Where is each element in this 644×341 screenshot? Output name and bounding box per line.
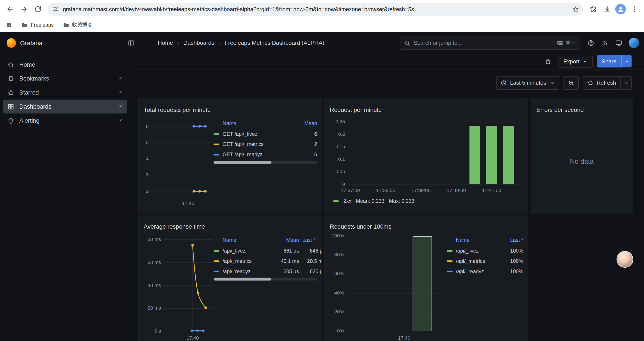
- apps-grid-button[interactable]: [6, 22, 12, 28]
- legend-scrollbar[interactable]: [214, 278, 317, 280]
- bookmark-item-freeleaps[interactable]: Freeleaps: [21, 22, 54, 28]
- panel-title[interactable]: Requests under 100ms: [330, 223, 392, 230]
- series-name[interactable]: /api/_metrics: [456, 258, 500, 264]
- scrollbar-thumb[interactable]: [214, 278, 271, 280]
- x-tick: 17:40:00: [443, 188, 470, 194]
- chevron-down-icon[interactable]: [118, 89, 123, 96]
- sidebar-item-dashboards[interactable]: Dashboards: [3, 100, 127, 114]
- spacer: [447, 239, 453, 241]
- panel-requests-under-100ms: Requests under 100ms 100% 80% 60% 40% 20…: [324, 215, 528, 341]
- legend-table: Name Mean GET /api/_livez 6 GET /api/_me…: [214, 118, 317, 164]
- refresh-button[interactable]: Refresh: [582, 76, 620, 90]
- chevron-down-icon[interactable]: [118, 75, 123, 82]
- y-tick: 60 ms: [139, 260, 161, 266]
- panel-title[interactable]: Request per minute: [330, 107, 382, 113]
- extensions-button[interactable]: [586, 3, 600, 16]
- legend-row: /api/_readyz 100%: [447, 266, 524, 276]
- series-color-chip: [447, 250, 453, 251]
- y-tick: 2: [139, 188, 148, 195]
- folder-icon: [21, 22, 28, 28]
- user-avatar[interactable]: [629, 38, 639, 48]
- star-icon: [545, 58, 552, 65]
- legend-row: GET /api/_metrics 2: [214, 139, 317, 149]
- legend-header: Name Last *: [447, 235, 524, 245]
- sidebar-item-bookmarks[interactable]: Bookmarks: [3, 72, 127, 86]
- breadcrumb-home[interactable]: Home: [158, 40, 173, 46]
- series-name[interactable]: GET /api/_readyz: [223, 152, 296, 157]
- bell-icon: [8, 117, 14, 124]
- bookmark-icon: [8, 75, 14, 82]
- panel-title[interactable]: Total requests per minute: [144, 107, 211, 113]
- y-tick: 3: [139, 172, 148, 178]
- series-name[interactable]: /api/_readyz: [456, 268, 500, 274]
- time-range-picker[interactable]: Last 5 minutes: [496, 76, 559, 90]
- forward-button[interactable]: [17, 3, 30, 16]
- share-button[interactable]: Share: [597, 55, 621, 67]
- address-bar[interactable]: grafana.mathmast.com/d/deytv4rwavabkb/fr…: [48, 3, 583, 15]
- legend-header-last[interactable]: Last *: [504, 237, 523, 243]
- grafana-header: Grafana Home › Dashboards › Freeleaps Me…: [0, 32, 644, 53]
- series-name[interactable]: GET /api/_metrics: [223, 141, 296, 147]
- export-button[interactable]: Export: [558, 55, 593, 68]
- news-button[interactable]: [598, 37, 611, 49]
- browser-menu-button[interactable]: [628, 3, 641, 16]
- arrow-right-icon: [20, 5, 28, 13]
- chevron-down-icon: [549, 80, 554, 86]
- panel-title[interactable]: Average response time: [144, 223, 205, 230]
- grafana-body: Home Bookmarks Starred Dashboards: [0, 54, 644, 341]
- display-button[interactable]: [612, 37, 625, 49]
- series-name[interactable]: /api/_readyz: [223, 268, 271, 274]
- series-name[interactable]: /api/_livez: [456, 248, 500, 253]
- bookmarks-bar: Freeleaps 收藏博客: [0, 18, 644, 32]
- series-name[interactable]: 2xx: [343, 198, 351, 204]
- star-icon: [8, 89, 14, 96]
- chevron-down-icon[interactable]: [118, 103, 123, 110]
- search-shortcut: ⌘+k: [557, 40, 576, 46]
- grafana-logo-icon[interactable]: [6, 38, 16, 47]
- legend-row: GET /api/_livez 6: [214, 129, 317, 139]
- legend-scrollbar[interactable]: [214, 161, 317, 164]
- y-tick: 40%: [325, 290, 344, 296]
- dashboard-content: Export Share Last: [131, 54, 644, 341]
- series-color-chip: [447, 260, 453, 262]
- site-info-icon[interactable]: [52, 6, 59, 12]
- legend-header-mean[interactable]: Mean: [274, 237, 299, 243]
- scrollbar-thumb[interactable]: [214, 161, 271, 164]
- legend-header-name[interactable]: Name: [223, 237, 271, 243]
- legend-header-mean[interactable]: Mean: [299, 121, 317, 126]
- sidebar-item-starred[interactable]: Starred: [3, 86, 127, 100]
- reload-icon: [34, 5, 42, 13]
- bookmark-item-blogs[interactable]: 收藏博客: [63, 21, 93, 28]
- legend-header-last[interactable]: Last *: [302, 237, 322, 243]
- search-input[interactable]: Search or jump to... ⌘+k: [400, 36, 580, 50]
- browser-profile-avatar[interactable]: [615, 4, 626, 15]
- series-last: 100%: [504, 268, 523, 274]
- legend-header-name[interactable]: Name: [223, 121, 296, 126]
- sidebar-toggle-button[interactable]: [125, 37, 137, 49]
- downloads-button[interactable]: [600, 3, 614, 16]
- refresh-interval-dropdown[interactable]: [620, 76, 632, 90]
- breadcrumb-dashboards[interactable]: Dashboards: [183, 40, 214, 46]
- series-name[interactable]: GET /api/_livez: [223, 131, 296, 137]
- series-color-chip: [214, 154, 219, 155]
- panel-title[interactable]: Errors per second: [536, 107, 584, 113]
- legend-header-name[interactable]: Name: [456, 237, 500, 243]
- series-name[interactable]: /api/_metrics: [223, 258, 271, 264]
- sidebar-item-home[interactable]: Home: [3, 58, 127, 72]
- series-mean: 605 µs: [274, 268, 299, 274]
- bookmark-star-icon[interactable]: [570, 4, 581, 15]
- reload-button[interactable]: [31, 3, 44, 16]
- series-mean: Mean: 0.233: [356, 198, 384, 204]
- back-button[interactable]: [3, 3, 16, 16]
- chevron-down-icon[interactable]: [118, 117, 123, 124]
- zoom-out-button[interactable]: [563, 76, 578, 90]
- favorite-dashboard-button[interactable]: [542, 55, 554, 67]
- floating-avatar[interactable]: [617, 252, 632, 267]
- time-controls-row: Last 5 minutes Refresh: [131, 70, 644, 90]
- help-button[interactable]: [584, 37, 597, 49]
- legend-row: /api/_livez 661 µs 646 µs: [214, 245, 322, 256]
- no-data-message: No data: [532, 158, 632, 165]
- series-name[interactable]: /api/_livez: [223, 248, 271, 253]
- sidebar-item-alerting[interactable]: Alerting: [3, 113, 127, 128]
- share-dropdown-button[interactable]: [622, 55, 632, 67]
